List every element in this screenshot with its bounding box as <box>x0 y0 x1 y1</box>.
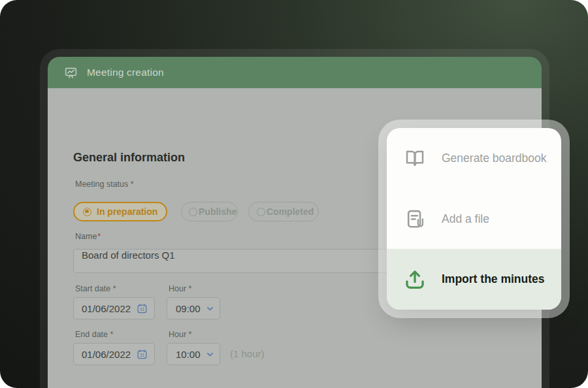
end-date-label: End date * <box>75 330 113 339</box>
upload-icon <box>404 268 426 291</box>
start-date-value: 01/06/2022 <box>82 303 131 314</box>
status-pill-label: In preparation <box>97 206 157 217</box>
name-label: Name* <box>75 232 101 241</box>
menu-item-label: Add a file <box>442 212 489 226</box>
presentation-chart-icon <box>63 65 78 80</box>
status-pill-published[interactable]: Published <box>181 202 238 221</box>
status-pill-label: Completed <box>267 206 314 217</box>
calendar-icon[interactable]: 31 <box>137 349 148 360</box>
status-pill-in-preparation[interactable]: In preparation <box>73 202 167 221</box>
menu-item-generate-boardbook[interactable]: Generate boardbook <box>387 128 561 189</box>
hero-background: Meeting creation General information Mee… <box>0 0 588 388</box>
radio-unselected-icon <box>257 208 265 216</box>
calendar-icon[interactable]: 31 <box>137 303 148 314</box>
svg-text:31: 31 <box>140 352 145 357</box>
end-date-value: 01/06/2022 <box>82 349 131 360</box>
chevron-down-icon <box>206 350 214 359</box>
chevron-down-icon <box>206 304 214 313</box>
duration-hint: (1 hour) <box>230 343 265 365</box>
start-date-label: Start date * <box>75 284 116 293</box>
file-attachment-icon <box>404 208 426 230</box>
book-icon <box>404 147 426 169</box>
required-asterisk: * <box>97 232 101 241</box>
status-pill-label: Published <box>199 206 237 217</box>
radio-selected-icon <box>83 208 91 216</box>
start-hour-select[interactable]: 09:00 <box>167 297 220 319</box>
start-hour-value: 09:00 <box>176 303 201 314</box>
svg-text:31: 31 <box>140 306 145 311</box>
menu-item-add-a-file[interactable]: Add a file <box>387 189 561 250</box>
end-hour-label: Hour * <box>169 330 191 339</box>
start-hour-label: Hour * <box>169 284 191 293</box>
section-title: General information <box>73 151 185 165</box>
window-title: Meeting creation <box>87 67 164 78</box>
end-hour-value: 10:00 <box>176 349 201 360</box>
window-header: Meeting creation <box>48 57 542 88</box>
menu-item-label: Import the minutes <box>442 272 545 286</box>
meeting-status-label: Meeting status * <box>75 180 134 189</box>
menu-item-import-the-minutes[interactable]: Import the minutes <box>387 249 561 310</box>
start-date-field[interactable]: 01/06/2022 31 <box>73 297 155 319</box>
menu-item-label: Generate boardbook <box>442 152 547 165</box>
status-pill-completed[interactable]: Completed <box>248 202 319 221</box>
end-date-field[interactable]: 01/06/2022 31 <box>73 343 155 365</box>
radio-unselected-icon <box>189 208 197 216</box>
actions-popup-menu: Generate boardbook Add a file Import <box>387 128 561 310</box>
end-hour-select[interactable]: 10:00 <box>167 343 220 365</box>
